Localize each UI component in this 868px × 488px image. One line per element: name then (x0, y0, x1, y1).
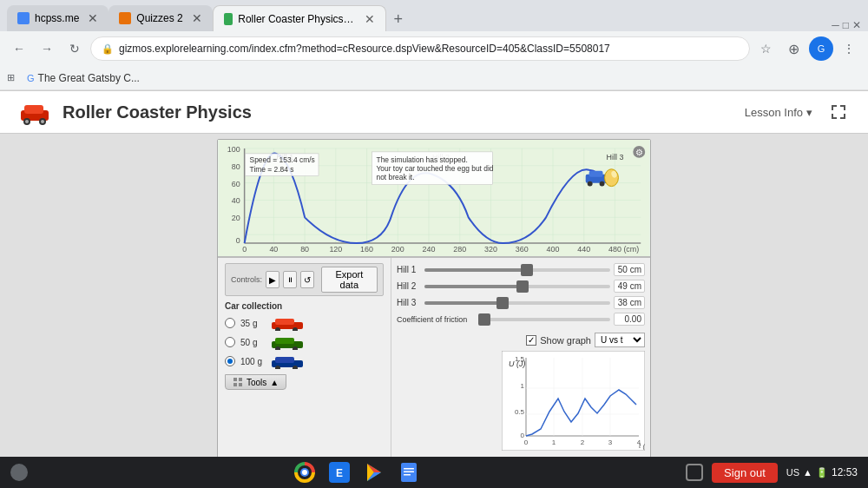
el-app-icon[interactable]: E (327, 460, 352, 485)
tab-title-quizzes: Quizzes 2 (136, 12, 182, 24)
friction-slider[interactable] (478, 314, 610, 325)
svg-text:400: 400 (547, 245, 560, 254)
hill3-label: Hill 3 (397, 298, 421, 307)
docs-app-icon[interactable] (397, 460, 421, 485)
mini-graph-container: U (J) 1.5 1 0.5 0 (502, 351, 645, 454)
svg-point-5 (41, 120, 44, 123)
tab-hcpss[interactable]: hcpss.me ✕ (7, 5, 108, 31)
hill1-label: Hill 1 (397, 265, 421, 274)
export-btn[interactable]: Export data (321, 267, 378, 293)
bookmark-gatsby[interactable]: G The Great Gatsby C... (22, 70, 145, 86)
show-graph-checkbox[interactable]: ✓ (526, 335, 536, 346)
hill3-slider[interactable] (424, 298, 610, 308)
radio-50g[interactable] (225, 337, 235, 347)
graph-header: ✓ Show graph U vs t KE vs t (397, 333, 645, 347)
system-tray: US ▲ 🔋 12:53 (786, 466, 858, 478)
pause-btn[interactable]: ⏸ (283, 271, 297, 288)
address-bar[interactable]: 🔒 gizmos.explorelearning.com/index.cfm?m… (90, 36, 750, 61)
svg-text:100: 100 (227, 145, 240, 154)
notification-icon[interactable] (686, 464, 703, 481)
hill1-slider[interactable] (424, 265, 610, 275)
svg-rect-80 (239, 383, 242, 386)
sign-out-btn[interactable]: Sign out (712, 463, 778, 483)
controls-label: Controls: (231, 275, 262, 284)
car-label-100g: 100 g (240, 357, 265, 366)
profile-btn[interactable]: G (809, 36, 833, 61)
svg-text:160: 160 (360, 245, 373, 254)
svg-text:40: 40 (232, 196, 240, 205)
maximize-btn[interactable]: □ (843, 19, 849, 31)
browser-chrome: hcpss.me ✕ Quizzes 2 ✕ Roller Coaster Ph… (0, 0, 868, 91)
reset-btn[interactable]: ↺ (300, 271, 314, 288)
svg-text:280: 280 (453, 245, 466, 254)
tab-title-roller: Roller Coaster Physics Gizmo E... (238, 13, 356, 25)
svg-text:0.5: 0.5 (515, 408, 525, 416)
chrome-app-icon[interactable] (293, 460, 317, 485)
new-tab-btn[interactable]: + (386, 7, 411, 31)
tab-title-hcpss: hcpss.me (35, 12, 79, 24)
play-btn[interactable]: ▶ (266, 271, 279, 288)
hill2-label: Hill 2 (397, 281, 421, 291)
tools-label: Tools (247, 378, 266, 387)
car-icon-50g (270, 334, 305, 350)
svg-text:120: 120 (329, 245, 342, 254)
fullscreen-btn[interactable] (826, 100, 851, 124)
hill2-slider[interactable] (424, 281, 610, 292)
svg-text:360: 360 (516, 245, 529, 254)
car-icon-35g (270, 315, 305, 331)
main-content: Roller Coaster Physics Lesson Info ▾ (0, 91, 868, 458)
tools-btn[interactable]: Tools ▲ (225, 374, 286, 390)
url-text: gizmos.explorelearning.com/index.cfm?met… (119, 43, 610, 55)
svg-text:t (s): t (s) (639, 442, 645, 450)
hill3-row: Hill 3 38 cm (397, 296, 645, 309)
svg-rect-1 (24, 105, 43, 114)
track-area: 100 80 60 40 20 0 0 40 80 120 160 200 24… (218, 140, 650, 257)
svg-text:3: 3 (608, 439, 613, 446)
lesson-info-btn[interactable]: Lesson Info ▾ (745, 106, 812, 119)
taskbar: E Sign out US (0, 457, 868, 488)
svg-rect-70 (275, 338, 294, 344)
tab-roller-coaster[interactable]: Roller Coaster Physics Gizmo E... ✕ (213, 5, 386, 31)
svg-text:1.5: 1.5 (515, 355, 525, 363)
svg-point-107 (302, 470, 307, 475)
radio-35g[interactable] (225, 318, 235, 328)
apps-icon[interactable]: ⊞ (7, 72, 15, 83)
svg-text:320: 320 (484, 245, 497, 254)
hill1-row: Hill 1 50 cm (397, 263, 645, 276)
taskbar-circle (10, 464, 28, 481)
svg-text:480: 480 (608, 245, 621, 254)
bookmark-btn[interactable]: ☆ (753, 36, 778, 61)
back-btn[interactable]: ← (7, 36, 31, 61)
graph-section: ✓ Show graph U vs t KE vs t (397, 333, 645, 454)
graph-type-select[interactable]: U vs t KE vs t (595, 333, 645, 347)
svg-text:Time = 2.84 s: Time = 2.84 s (250, 165, 294, 174)
reload-btn[interactable]: ↻ (62, 36, 87, 61)
play-store-icon[interactable] (362, 460, 386, 485)
omnibar-row: ← → ↻ 🔒 gizmos.explorelearning.com/index… (0, 31, 868, 66)
taskbar-apps: E (35, 460, 679, 485)
svg-text:240: 240 (423, 245, 436, 254)
tab-favicon-roller (224, 13, 233, 25)
forward-btn[interactable]: → (35, 36, 59, 61)
car-item-35g: 35 g (225, 315, 384, 331)
tools-chevron-icon: ▲ (270, 378, 279, 387)
radio-100g[interactable] (225, 356, 235, 366)
tab-close-quizzes[interactable]: ✕ (192, 11, 202, 25)
tab-quizzes[interactable]: Quizzes 2 ✕ (108, 5, 212, 31)
close-window-btn[interactable]: ✕ (852, 19, 861, 31)
extensions-btn[interactable]: ⊕ (781, 36, 806, 61)
tab-favicon-quizzes (119, 12, 131, 24)
car-item-100g: 100 g (225, 353, 384, 369)
time-display: 12:53 (832, 466, 858, 478)
car-icon-100g (270, 353, 305, 369)
left-panel: Controls: ▶ ⏸ ↺ Export data Car collecti… (218, 258, 391, 459)
tab-close-roller[interactable]: ✕ (365, 12, 375, 26)
svg-rect-115 (404, 468, 414, 470)
friction-row: Coefficient of friction 0.00 (397, 313, 645, 326)
minimize-btn[interactable]: ─ (832, 19, 839, 31)
svg-text:80: 80 (300, 245, 309, 254)
menu-btn[interactable]: ⋮ (837, 36, 861, 61)
tab-bar: hcpss.me ✕ Quizzes 2 ✕ Roller Coaster Ph… (0, 0, 868, 31)
car-label-35g: 35 g (240, 319, 265, 328)
tab-close-hcpss[interactable]: ✕ (88, 11, 98, 25)
